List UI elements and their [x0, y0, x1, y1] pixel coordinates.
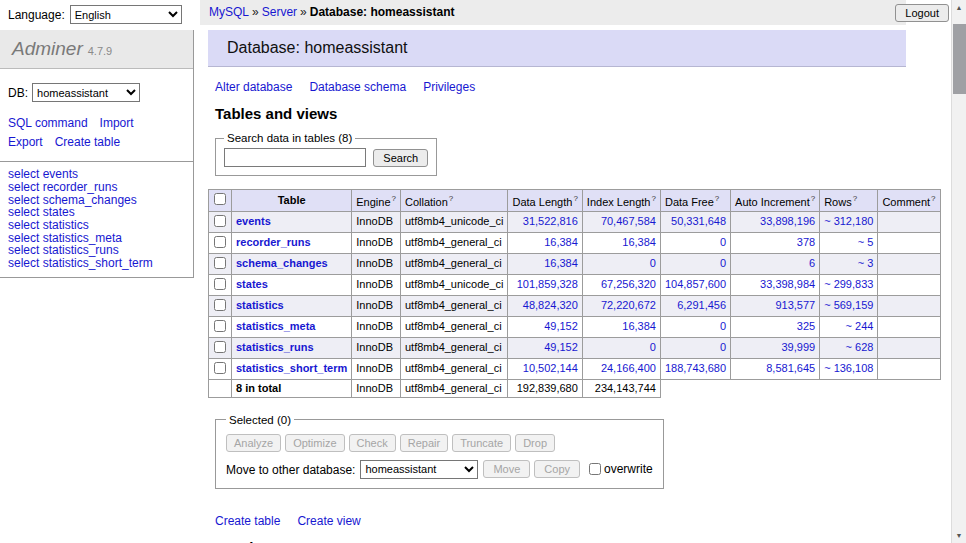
- link-create-view[interactable]: Create view: [297, 514, 360, 528]
- help-icon[interactable]: ?: [573, 194, 577, 203]
- value-link[interactable]: ~ 569,159: [824, 299, 873, 311]
- value-link[interactable]: 188,743,680: [665, 362, 726, 374]
- value-link[interactable]: 31,522,816: [523, 215, 578, 227]
- table-name-link[interactable]: statistics: [236, 299, 284, 311]
- link-create-table[interactable]: Create table: [215, 514, 280, 528]
- move-db-select[interactable]: homeassistant: [360, 460, 478, 479]
- search-button[interactable]: Search: [373, 149, 428, 167]
- overwrite-checkbox[interactable]: [589, 463, 601, 475]
- value-link[interactable]: 0: [720, 320, 726, 332]
- value-link[interactable]: 0: [650, 341, 656, 353]
- value-link[interactable]: 101,859,328: [517, 278, 578, 290]
- row-checkbox[interactable]: [214, 362, 226, 374]
- value-link[interactable]: 24,166,400: [601, 362, 656, 374]
- value-link[interactable]: 0: [720, 236, 726, 248]
- row-checkbox[interactable]: [214, 299, 226, 311]
- value-link[interactable]: 48,824,320: [523, 299, 578, 311]
- value-link[interactable]: 6,291,456: [677, 299, 726, 311]
- breadcrumb-link-mysql[interactable]: MySQL: [209, 5, 249, 19]
- move-button[interactable]: Move: [483, 460, 530, 478]
- value-link[interactable]: 16,384: [544, 257, 578, 269]
- db-action-link-alter-database[interactable]: Alter database: [215, 80, 292, 94]
- sidebar-link-import[interactable]: Import: [100, 114, 134, 133]
- bulk-drop-button[interactable]: Drop: [515, 434, 555, 452]
- value-link[interactable]: 50,331,648: [671, 215, 726, 227]
- search-input[interactable]: [224, 148, 366, 167]
- db-action-link-database-schema[interactable]: Database schema: [309, 80, 406, 94]
- value-link[interactable]: 325: [797, 320, 815, 332]
- bulk-analyze-button[interactable]: Analyze: [226, 434, 281, 452]
- value-link[interactable]: 0: [720, 341, 726, 353]
- bulk-optimize-button[interactable]: Optimize: [285, 434, 344, 452]
- value-link[interactable]: 49,152: [544, 320, 578, 332]
- value-link[interactable]: 70,467,584: [601, 215, 656, 227]
- table-name-link[interactable]: schema_changes: [236, 257, 328, 269]
- scroll-up-icon[interactable]: ▲: [952, 0, 966, 15]
- help-icon[interactable]: ?: [715, 194, 719, 203]
- sidebar-link-select-recorder-runs[interactable]: select recorder_runs: [8, 181, 185, 194]
- row-checkbox[interactable]: [214, 215, 226, 227]
- row-checkbox[interactable]: [214, 278, 226, 290]
- help-icon[interactable]: ?: [931, 194, 935, 203]
- adminer-version[interactable]: 4.7.9: [88, 45, 112, 57]
- value-link[interactable]: 16,384: [622, 236, 656, 248]
- sidebar-link-select-statistics-short-term[interactable]: select statistics_short_term: [8, 257, 185, 270]
- value-link[interactable]: ~ 5: [858, 236, 874, 248]
- value-link[interactable]: 72,220,672: [601, 299, 656, 311]
- value-link[interactable]: 104,857,600: [665, 278, 726, 290]
- table-name-link[interactable]: recorder_runs: [236, 236, 311, 248]
- bulk-check-button[interactable]: Check: [349, 434, 396, 452]
- scrollbar[interactable]: ▲ ▼: [951, 0, 966, 543]
- table-name-link[interactable]: statistics_short_term: [236, 362, 347, 374]
- value-link[interactable]: 33,398,984: [760, 278, 815, 290]
- value-link[interactable]: 49,152: [544, 341, 578, 353]
- value-link[interactable]: ~ 312,180: [824, 215, 873, 227]
- value-link[interactable]: 378: [797, 236, 815, 248]
- value-link[interactable]: 39,999: [782, 341, 816, 353]
- value-link[interactable]: 8,581,645: [766, 362, 815, 374]
- help-icon[interactable]: ?: [449, 194, 453, 203]
- row-checkbox[interactable]: [214, 341, 226, 353]
- row-checkbox[interactable]: [214, 236, 226, 248]
- sidebar-link-create-table[interactable]: Create table: [55, 133, 120, 152]
- value-link[interactable]: ~ 136,108: [824, 362, 873, 374]
- sidebar-link-export[interactable]: Export: [8, 133, 43, 152]
- value-link[interactable]: 67,256,320: [601, 278, 656, 290]
- select-all-checkbox[interactable]: [214, 193, 226, 205]
- help-icon[interactable]: ?: [811, 194, 815, 203]
- value-link[interactable]: 913,577: [775, 299, 815, 311]
- table-name-link[interactable]: statistics_runs: [236, 341, 314, 353]
- value-link[interactable]: ~ 244: [846, 320, 874, 332]
- value-link[interactable]: ~ 299,833: [824, 278, 873, 290]
- sidebar-link-select-events[interactable]: select events: [8, 168, 185, 181]
- value-link[interactable]: ~ 628: [846, 341, 874, 353]
- scroll-down-icon[interactable]: ▼: [952, 528, 966, 543]
- sidebar-link-select-statistics[interactable]: select statistics: [8, 219, 185, 232]
- help-icon[interactable]: ?: [853, 194, 857, 203]
- scrollbar-thumb[interactable]: [953, 24, 966, 94]
- value-link[interactable]: 33,898,196: [760, 215, 815, 227]
- language-select[interactable]: English: [70, 5, 182, 24]
- help-icon[interactable]: ?: [392, 194, 396, 203]
- db-select[interactable]: homeassistant: [32, 83, 140, 102]
- value-link[interactable]: 6: [809, 257, 815, 269]
- value-link[interactable]: 16,384: [622, 320, 656, 332]
- value-link[interactable]: ~ 3: [858, 257, 874, 269]
- help-icon[interactable]: ?: [651, 194, 655, 203]
- logout-button[interactable]: Logout: [895, 4, 949, 22]
- value-link[interactable]: 0: [650, 257, 656, 269]
- value-link[interactable]: 10,502,144: [523, 362, 578, 374]
- bulk-repair-button[interactable]: Repair: [400, 434, 448, 452]
- value-link[interactable]: 0: [720, 257, 726, 269]
- copy-button[interactable]: Copy: [534, 460, 580, 478]
- table-name-link[interactable]: events: [236, 215, 271, 227]
- sidebar-link-sql-command[interactable]: SQL command: [8, 114, 88, 133]
- db-action-link-privileges[interactable]: Privileges: [423, 80, 475, 94]
- table-name-link[interactable]: statistics_meta: [236, 320, 316, 332]
- row-checkbox[interactable]: [214, 257, 226, 269]
- bulk-truncate-button[interactable]: Truncate: [452, 434, 511, 452]
- row-checkbox[interactable]: [214, 320, 226, 332]
- breadcrumb-link-server[interactable]: Server: [262, 5, 297, 19]
- table-name-link[interactable]: states: [236, 278, 268, 290]
- value-link[interactable]: 16,384: [544, 236, 578, 248]
